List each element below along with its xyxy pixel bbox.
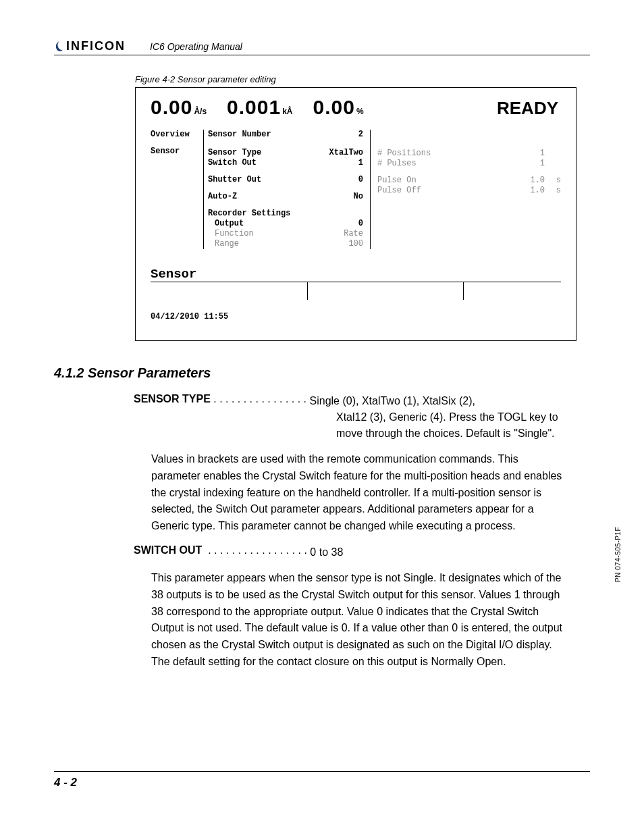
- section-heading: 4.1.2 Sensor Parameters: [54, 365, 590, 381]
- rate-readout: 0.00Å/s: [151, 96, 207, 119]
- softkey-row: [151, 282, 561, 300]
- pulses-value[interactable]: 1: [518, 159, 545, 169]
- thickness-readout: 0.001kÅ: [227, 96, 292, 119]
- document-title: IC6 Operating Manual: [150, 41, 242, 52]
- sensor-type-def-first: Single (0), XtalTwo (1), XtalSix (2),: [310, 393, 475, 409]
- sensor-type-value[interactable]: XtalTwo: [319, 148, 370, 158]
- sensor-number-label: Sensor Number: [208, 130, 319, 140]
- range-value[interactable]: 100: [319, 239, 370, 249]
- recorder-settings-label: Recorder Settings: [208, 209, 370, 219]
- output-value[interactable]: 0: [319, 219, 370, 229]
- nav-sensor[interactable]: Sensor: [151, 147, 203, 157]
- autoz-value[interactable]: No: [319, 192, 370, 202]
- param-column-right: # Positions1 # Pulses1 Pulse On1.0s Puls…: [370, 130, 561, 249]
- pulses-label: # Pulses: [377, 159, 518, 169]
- pulse-on-unit: s: [545, 176, 561, 186]
- screen-mode-label: Sensor: [151, 267, 561, 282]
- status-label: READY: [497, 98, 558, 119]
- switch-out-term: SWITCH OUT: [134, 544, 202, 561]
- brand-name: INFICON: [66, 39, 126, 53]
- leader-dots: . . . . . . . . . . . . . . . .: [211, 393, 310, 409]
- sensor-number-value[interactable]: 2: [319, 130, 370, 140]
- pulse-off-value[interactable]: 1.0: [518, 186, 545, 196]
- percent-readout: 0.00%: [313, 96, 364, 119]
- param-switch-out: SWITCH OUT . . . . . . . . . . . . . . .…: [134, 544, 590, 561]
- function-value[interactable]: Rate: [319, 229, 370, 239]
- shutter-out-label: Shutter Out: [208, 175, 319, 185]
- pulse-off-unit: s: [545, 186, 561, 196]
- switch-out-value[interactable]: 1: [319, 158, 370, 168]
- page-number: 4 - 2: [54, 776, 77, 789]
- autoz-label: Auto-Z: [208, 192, 319, 202]
- range-label: Range: [208, 239, 319, 249]
- figure-caption: Figure 4-2 Sensor parameter editing: [135, 74, 590, 84]
- positions-label: # Positions: [377, 149, 518, 159]
- logo-icon: [54, 41, 65, 53]
- page-header: INFICON IC6 Operating Manual: [54, 39, 590, 55]
- sensor-type-term: SENSOR TYPE: [134, 393, 211, 409]
- positions-value[interactable]: 1: [518, 149, 545, 159]
- switch-out-label: Switch Out: [208, 158, 319, 168]
- param-sensor-type: SENSOR TYPE . . . . . . . . . . . . . . …: [134, 393, 590, 442]
- body-para-1: Values in brackets are used with the rem…: [151, 451, 570, 535]
- sensor-type-label: Sensor Type: [208, 148, 319, 158]
- screen-readout-row: 0.00Å/s 0.001kÅ 0.00% READY: [151, 96, 561, 119]
- pulse-on-value[interactable]: 1.0: [518, 176, 545, 186]
- leader-dots: . . . . . . . . . . . . . . . . .: [202, 544, 310, 561]
- part-number: PN 074-505-P1F: [614, 527, 622, 582]
- shutter-out-value[interactable]: 0: [319, 175, 370, 185]
- page-footer: 4 - 2: [54, 771, 590, 789]
- body-para-2: This parameter appears when the sensor t…: [151, 570, 570, 671]
- pulse-off-label: Pulse Off: [377, 186, 518, 196]
- nav-overview[interactable]: Overview: [151, 130, 203, 140]
- pulse-on-label: Pulse On: [377, 176, 518, 186]
- output-label: Output: [208, 219, 319, 229]
- switch-out-range: 0 to 38: [310, 544, 343, 561]
- function-label: Function: [208, 229, 319, 239]
- sensor-type-def-rest: Xtal12 (3), Generic (4). Press the TOGL …: [336, 409, 566, 442]
- screen-nav: Overview Sensor: [151, 130, 203, 249]
- param-column-left: Sensor Number2 Sensor TypeXtalTwo Switch…: [203, 130, 370, 249]
- device-screen: 0.00Å/s 0.001kÅ 0.00% READY Overview Sen…: [135, 87, 576, 341]
- brand-logo: INFICON: [54, 39, 126, 53]
- screen-timestamp: 04/12/2010 11:55: [151, 312, 561, 321]
